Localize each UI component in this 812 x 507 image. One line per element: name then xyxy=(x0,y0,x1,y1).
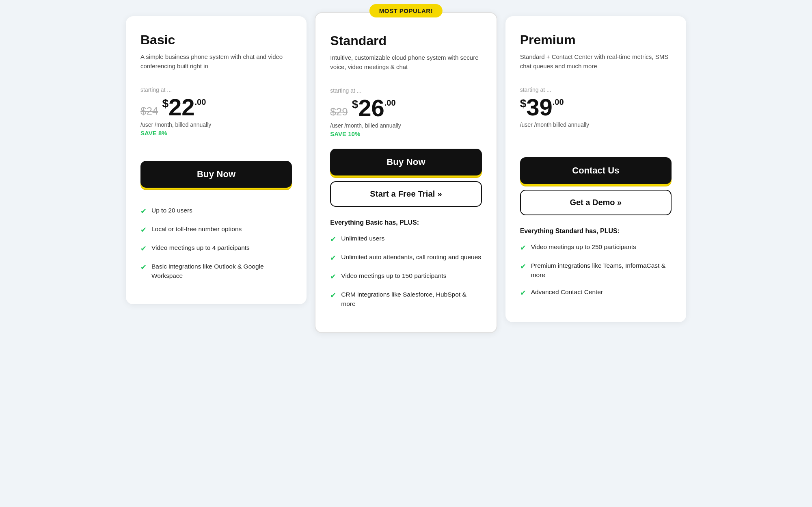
feature-item: ✔ Unlimited users xyxy=(330,234,482,245)
check-icon: ✔ xyxy=(520,261,526,272)
buy-now-button-standard[interactable]: Buy Now xyxy=(330,149,482,176)
features-header-premium: Everything Standard has, PLUS: xyxy=(520,228,672,235)
plan-name-standard: Standard xyxy=(330,33,482,48)
check-icon: ✔ xyxy=(520,243,526,254)
feature-item: ✔ Basic integrations like Outlook & Goog… xyxy=(140,262,292,281)
check-icon: ✔ xyxy=(330,271,336,282)
plan-description-standard: Intuitive, customizable cloud phone syst… xyxy=(330,53,482,78)
billing-info-standard: /user /month, billed annually xyxy=(330,122,482,129)
feature-item: ✔ Video meetings up to 4 participants xyxy=(140,243,292,254)
features-header-standard: Everything Basic has, PLUS: xyxy=(330,219,482,226)
contact-us-button[interactable]: Contact Us xyxy=(520,157,672,184)
plan-card-basic: Basic A simple business phone system wit… xyxy=(126,16,307,304)
feature-item: ✔ Local or toll-free number options xyxy=(140,224,292,236)
check-icon: ✔ xyxy=(330,290,336,301)
plan-description-premium: Standard + Contact Center with real-time… xyxy=(520,52,672,77)
feature-item: ✔ Video meetings up to 250 participants xyxy=(520,242,672,254)
price-row-standard: $29 $ 26 .00 xyxy=(330,96,482,120)
price-row-basic: $24 $ 22 .00 xyxy=(140,95,292,119)
billing-info-premium: /user /month billed annually xyxy=(520,121,672,128)
plan-card-standard: MOST POPULAR! Standard Intuitive, custom… xyxy=(315,12,497,333)
plan-name-basic: Basic xyxy=(140,32,292,48)
check-icon: ✔ xyxy=(140,243,147,254)
price-row-premium: $ 39 .00 xyxy=(520,95,672,119)
buy-now-button-basic[interactable]: Buy Now xyxy=(140,161,292,188)
price-dollar-basic: $ xyxy=(162,98,168,109)
feature-item: ✔ Premium integrations like Teams, Infor… xyxy=(520,261,672,280)
plan-name-premium: Premium xyxy=(520,32,672,48)
start-free-trial-button[interactable]: Start a Free Trial » xyxy=(330,181,482,207)
price-amount-premium: 39 xyxy=(526,95,553,119)
price-amount-standard: 26 xyxy=(358,96,384,120)
feature-item: ✔ Unlimited auto attendants, call routin… xyxy=(330,252,482,264)
plan-description-basic: A simple business phone system with chat… xyxy=(140,52,292,77)
save-badge-standard: SAVE 10% xyxy=(330,130,482,137)
starting-at-basic: starting at ... xyxy=(140,87,292,93)
features-list-basic: ✔ Up to 20 users ✔ Local or toll-free nu… xyxy=(140,206,292,281)
price-new-standard: $ 26 .00 xyxy=(352,96,396,120)
price-old-basic: $24 xyxy=(140,105,158,117)
most-popular-badge: MOST POPULAR! xyxy=(369,4,443,17)
save-badge-basic: SAVE 8% xyxy=(140,130,292,136)
price-cents-premium: .00 xyxy=(553,98,564,106)
starting-at-standard: starting at ... xyxy=(330,87,482,94)
price-amount-basic: 22 xyxy=(168,95,195,119)
feature-item: ✔ Video meetings up to 150 participants xyxy=(330,271,482,282)
pricing-container: Basic A simple business phone system wit… xyxy=(122,16,690,333)
feature-item: ✔ CRM integrations like Salesforce, HubS… xyxy=(330,290,482,309)
plan-card-premium: Premium Standard + Contact Center with r… xyxy=(505,16,686,322)
check-icon: ✔ xyxy=(330,234,336,245)
check-icon: ✔ xyxy=(140,206,147,217)
price-new-basic: $ 22 .00 xyxy=(162,95,206,119)
check-icon: ✔ xyxy=(330,253,336,264)
billing-info-basic: /user /month, billed annually xyxy=(140,121,292,128)
features-list-standard: ✔ Unlimited users ✔ Unlimited auto atten… xyxy=(330,234,482,309)
price-old-standard: $29 xyxy=(330,106,348,118)
check-icon: ✔ xyxy=(140,262,147,273)
price-cents-basic: .00 xyxy=(194,98,206,106)
price-cents-standard: .00 xyxy=(384,99,396,107)
feature-item: ✔ Up to 20 users xyxy=(140,206,292,217)
features-list-premium: ✔ Video meetings up to 250 participants … xyxy=(520,242,672,299)
price-dollar-premium: $ xyxy=(520,98,527,109)
check-icon: ✔ xyxy=(520,288,526,299)
price-new-premium: $ 39 .00 xyxy=(520,95,564,119)
feature-item: ✔ Advanced Contact Center xyxy=(520,287,672,299)
get-a-demo-button[interactable]: Get a Demo » xyxy=(520,190,672,215)
price-dollar-standard: $ xyxy=(352,99,358,110)
starting-at-premium: starting at ... xyxy=(520,87,672,93)
check-icon: ✔ xyxy=(140,225,147,236)
